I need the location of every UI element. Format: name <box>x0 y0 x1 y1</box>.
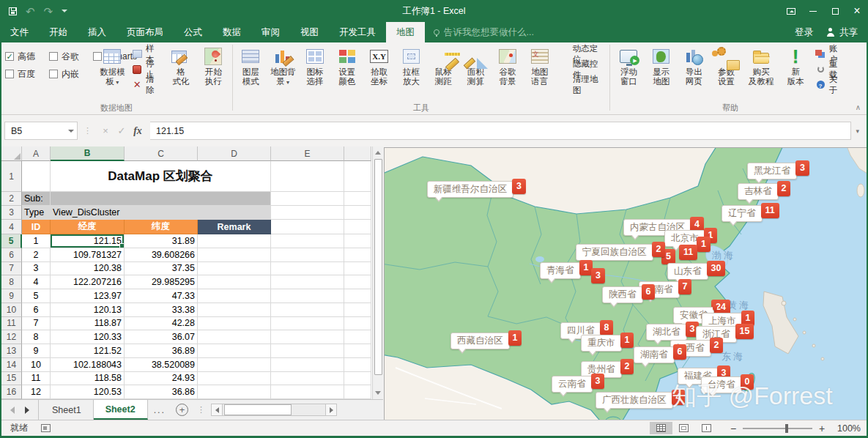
scroll-down-icon[interactable] <box>373 387 383 399</box>
undo-icon[interactable]: ↶ <box>26 6 35 17</box>
cell-F3[interactable] <box>344 206 371 220</box>
record-macro-icon[interactable] <box>41 424 51 432</box>
row-header-8[interactable]: 8 <box>1 275 22 289</box>
type-label-cell[interactable]: Type <box>22 206 51 220</box>
checkbox-box-icon[interactable] <box>49 70 58 78</box>
cell-id-10[interactable]: 6 <box>22 303 51 317</box>
cell-remark-15[interactable] <box>198 372 271 386</box>
ribbon-button-参数设置[interactable]: 参数设置 <box>711 45 741 86</box>
column-header-C[interactable]: C <box>125 146 198 161</box>
name-box-dropdown-icon[interactable] <box>68 130 74 136</box>
cell-e-16[interactable] <box>271 385 344 399</box>
cell-lng-15[interactable]: 118.58 <box>51 372 125 386</box>
ribbon-button-显示地图[interactable]: 显示地图 <box>646 45 677 86</box>
checkbox-百度[interactable]: 百度 <box>5 65 49 83</box>
ribbon-button-面积测算[interactable]: 面积测算 <box>460 45 491 86</box>
column-header-B[interactable]: B <box>51 146 125 161</box>
cell-F4[interactable] <box>344 220 371 234</box>
cell-e-9[interactable] <box>271 289 344 303</box>
close-button[interactable]: × <box>846 0 868 22</box>
scroll-up-icon[interactable] <box>373 146 383 158</box>
cell-E4[interactable] <box>271 220 344 234</box>
cell-id-13[interactable]: 9 <box>22 344 51 358</box>
ribbon-tab-开发工具[interactable]: 开发工具 <box>329 22 386 42</box>
customize-qat-icon[interactable] <box>62 10 67 15</box>
map-marker-badge[interactable]: 1 <box>698 239 711 254</box>
cell-e-12[interactable] <box>271 330 344 344</box>
collapse-ribbon-icon[interactable]: ∧ <box>850 103 867 114</box>
table-header-lat[interactable]: 纬度 <box>125 220 198 234</box>
table-header-lng[interactable]: 经度 <box>51 220 125 234</box>
map-marker-湖南省[interactable]: 湖南省6 <box>634 346 686 363</box>
row-header-6[interactable]: 6 <box>1 248 22 262</box>
scroll-right-icon[interactable] <box>325 404 337 416</box>
cell-lat-11[interactable]: 42.28 <box>125 317 198 331</box>
sub-label-cell[interactable]: Sub: <box>22 192 51 206</box>
cell-lng-8[interactable]: 122.207216 <box>51 275 125 289</box>
ribbon-tab-公式[interactable]: 公式 <box>174 22 212 42</box>
sign-in-link[interactable]: 登录 <box>795 26 813 39</box>
cell-e-7[interactable] <box>271 262 344 276</box>
cell-f-13[interactable] <box>344 344 371 358</box>
map-marker-宁夏回族自治区[interactable]: 宁夏回族自治区2 <box>576 244 665 261</box>
cancel-entry-icon[interactable]: × <box>97 125 114 136</box>
ribbon-display-options-icon[interactable] <box>780 0 802 22</box>
ribbon-tab-地图[interactable]: 地图 <box>386 22 425 42</box>
formula-input[interactable]: 121.15 <box>150 122 851 140</box>
scroll-left-icon[interactable] <box>211 404 223 416</box>
zoom-level[interactable]: 100% <box>831 423 861 434</box>
ribbon-button-地图背景[interactable]: 地图背景 ▾ <box>267 45 298 87</box>
cell-f-16[interactable] <box>344 385 371 399</box>
checkbox-box-icon[interactable] <box>49 52 58 61</box>
row-header-3[interactable]: 3 <box>1 206 22 220</box>
ribbon-button-图层模式[interactable]: 图层模式 <box>235 45 266 86</box>
map-marker-badge[interactable]: 3 <box>593 270 605 286</box>
cell-lng-5[interactable]: 121.15 <box>51 234 125 248</box>
cell-lat-12[interactable]: 36.07 <box>125 330 198 344</box>
map-marker-青海省[interactable]: 青海省1 <box>540 262 593 279</box>
ribbon-button-图标选择[interactable]: 图标选择 <box>300 45 330 86</box>
confirm-entry-icon[interactable]: ✓ <box>114 125 130 136</box>
ribbon-button-新版本[interactable]: 新版本 <box>780 45 811 86</box>
select-all-corner[interactable] <box>1 146 22 161</box>
map-marker-重庆市[interactable]: 重庆市1 <box>581 335 634 352</box>
cell-lat-5[interactable]: 31.89 <box>125 234 198 248</box>
cell-lng-13[interactable]: 121.52 <box>51 344 125 358</box>
ribbon-button-导出网页[interactable]: 导出网页 <box>678 45 709 86</box>
row-header-4[interactable]: 4 <box>1 220 22 234</box>
ribbon-tab-数据[interactable]: 数据 <box>212 22 251 42</box>
cell-lat-9[interactable]: 47.33 <box>125 289 198 303</box>
cell-id-7[interactable]: 3 <box>22 262 51 276</box>
column-header-A[interactable]: A <box>22 146 51 161</box>
row-header-1[interactable]: 1 <box>1 161 22 192</box>
row-header-13[interactable]: 13 <box>1 344 22 358</box>
cell-E2[interactable] <box>271 192 344 206</box>
cell-id-8[interactable]: 4 <box>22 275 51 289</box>
cell-remark-16[interactable] <box>198 385 271 399</box>
cell-E3[interactable] <box>271 206 344 220</box>
zoom-slider[interactable] <box>743 428 812 429</box>
expand-formula-bar-icon[interactable]: ▾ <box>851 127 864 135</box>
cell-remark-9[interactable] <box>198 289 271 303</box>
cell-id-9[interactable]: 5 <box>22 289 51 303</box>
cell-f-8[interactable] <box>344 275 371 289</box>
type-value-cell[interactable]: View_DisCluster <box>51 206 271 220</box>
cell-e-13[interactable] <box>271 344 344 358</box>
cell-f-15[interactable] <box>344 372 371 386</box>
cell-id-11[interactable]: 7 <box>22 317 51 331</box>
sheet-tab-Sheet1[interactable]: Sheet1 <box>40 400 94 420</box>
add-sheet-button[interactable]: + <box>176 404 188 416</box>
ribbon-button-拉框放大[interactable]: 拉框放大 <box>396 45 427 86</box>
ribbon-tab-开始[interactable]: 开始 <box>39 22 78 42</box>
cell-remark-6[interactable] <box>198 248 271 262</box>
cell-id-16[interactable]: 12 <box>22 385 51 399</box>
cell-lat-7[interactable]: 37.35 <box>125 262 198 276</box>
row-header-14[interactable]: 14 <box>1 358 22 372</box>
map-marker-陕西省[interactable]: 陕西省6 <box>602 286 655 303</box>
map-marker-吉林省[interactable]: 吉林省2 <box>738 183 790 200</box>
cell-id-5[interactable]: 1 <box>22 234 51 248</box>
tell-me-box[interactable]: 告诉我您想要做什么... <box>434 22 534 42</box>
row-header-9[interactable]: 9 <box>1 289 22 303</box>
cell-e-14[interactable] <box>271 358 344 372</box>
cell-remark-8[interactable] <box>198 275 271 289</box>
